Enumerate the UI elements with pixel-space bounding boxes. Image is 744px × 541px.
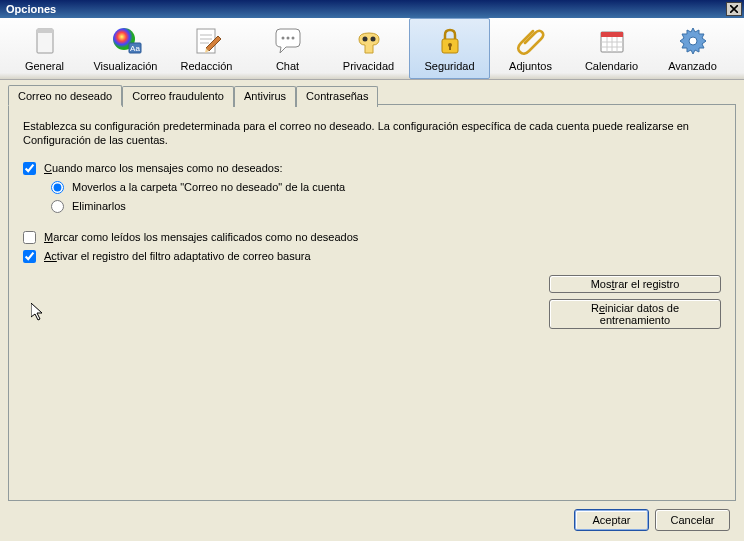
category-privacy[interactable]: Privacidad xyxy=(328,18,409,79)
svg-point-9 xyxy=(281,37,284,40)
svg-point-12 xyxy=(362,37,367,42)
show-log-button[interactable]: Mostrar el registro xyxy=(549,275,721,293)
category-attachments[interactable]: Adjuntos xyxy=(490,18,571,79)
tab-strip: Correo no deseado Correo fraudulento Ant… xyxy=(8,85,736,106)
category-label: Adjuntos xyxy=(509,60,552,72)
option-when-mark-junk[interactable]: Cuando marco los mensajes como no desead… xyxy=(23,162,721,175)
label-move-to-junk: Moverlos a la carpeta "Correo no deseado… xyxy=(72,181,345,193)
category-label: Seguridad xyxy=(424,60,474,72)
titlebar: Opciones xyxy=(0,0,744,18)
label-delete-junk: Eliminarlos xyxy=(72,200,126,212)
close-button[interactable] xyxy=(726,2,742,16)
privacy-icon xyxy=(353,25,385,57)
option-move-to-junk[interactable]: Moverlos a la carpeta "Correo no deseado… xyxy=(51,181,721,194)
category-advanced[interactable]: Avanzado xyxy=(652,18,733,79)
category-general[interactable]: General xyxy=(4,18,85,79)
category-composition[interactable]: Redacción xyxy=(166,18,247,79)
category-label: Chat xyxy=(276,60,299,72)
radio-move-to-junk[interactable] xyxy=(51,181,64,194)
window-title: Opciones xyxy=(6,3,56,15)
svg-rect-18 xyxy=(601,32,623,37)
security-icon xyxy=(434,25,466,57)
panel-description: Establezca su configuración predetermina… xyxy=(23,119,721,148)
composition-icon xyxy=(191,25,223,57)
dialog-footer: Aceptar Cancelar xyxy=(574,509,730,531)
cancel-button[interactable]: Cancelar xyxy=(655,509,730,531)
general-icon xyxy=(29,25,61,57)
category-label: Avanzado xyxy=(668,60,717,72)
checkbox-when-mark-junk[interactable] xyxy=(23,162,36,175)
svg-point-13 xyxy=(370,37,375,42)
cursor-icon xyxy=(31,303,47,325)
category-security[interactable]: Seguridad xyxy=(409,18,490,79)
checkbox-mark-read[interactable] xyxy=(23,231,36,244)
display-icon: Aa xyxy=(110,25,142,57)
calendar-icon xyxy=(596,25,628,57)
close-icon xyxy=(730,4,738,15)
category-toolbar: General Aa Visualización Redacción Chat … xyxy=(0,18,744,80)
svg-point-11 xyxy=(291,37,294,40)
advanced-icon xyxy=(677,25,709,57)
ok-button[interactable]: Aceptar xyxy=(574,509,649,531)
option-delete-junk[interactable]: Eliminarlos xyxy=(51,200,721,213)
content-area: Correo no deseado Correo fraudulento Ant… xyxy=(8,85,736,501)
reset-training-button[interactable]: Reiniciar datos de entrenamiento xyxy=(549,299,721,329)
svg-text:Aa: Aa xyxy=(130,44,140,53)
radio-delete-junk[interactable] xyxy=(51,200,64,213)
checkbox-enable-log[interactable] xyxy=(23,250,36,263)
svg-point-25 xyxy=(689,37,697,45)
category-label: General xyxy=(25,60,64,72)
label-when-mark-junk: Cuando marco los mensajes como no desead… xyxy=(44,162,282,174)
svg-rect-1 xyxy=(37,29,53,33)
category-label: Redacción xyxy=(181,60,233,72)
svg-rect-16 xyxy=(449,45,451,50)
label-mark-read: Marcar como leídos los mensajes califica… xyxy=(44,231,358,243)
svg-point-10 xyxy=(286,37,289,40)
category-label: Privacidad xyxy=(343,60,394,72)
category-label: Visualización xyxy=(93,60,157,72)
tab-junk[interactable]: Correo no deseado xyxy=(8,85,122,106)
attachments-icon xyxy=(515,25,547,57)
tab-antivirus[interactable]: Antivirus xyxy=(234,86,296,107)
tab-passwords[interactable]: Contraseñas xyxy=(296,86,378,107)
category-chat[interactable]: Chat xyxy=(247,18,328,79)
category-label: Calendario xyxy=(585,60,638,72)
category-display[interactable]: Aa Visualización xyxy=(85,18,166,79)
category-calendar[interactable]: Calendario xyxy=(571,18,652,79)
tab-phishing[interactable]: Correo fraudulento xyxy=(122,86,234,107)
chat-icon xyxy=(272,25,304,57)
label-enable-log: Activar el registro del filtro adaptativ… xyxy=(44,250,311,262)
tab-panel-junk: Establezca su configuración predetermina… xyxy=(8,104,736,501)
option-enable-log[interactable]: Activar el registro del filtro adaptativ… xyxy=(23,250,721,263)
option-mark-read[interactable]: Marcar como leídos los mensajes califica… xyxy=(23,231,721,244)
